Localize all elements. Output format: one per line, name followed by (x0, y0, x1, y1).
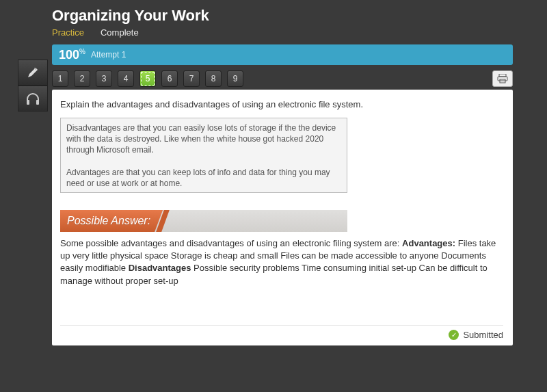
question-nav-1[interactable]: 1 (52, 70, 68, 87)
page-title: Organizing Your Work (52, 7, 547, 25)
possible-answer-header: Possible Answer: (60, 210, 347, 232)
print-button[interactable] (492, 70, 513, 87)
tab-complete[interactable]: Complete (101, 27, 139, 38)
question-nav-7[interactable]: 7 (183, 70, 200, 87)
progress-percent: 100% (59, 48, 85, 62)
possible-answer-text: Some possible advantages and disadvantag… (60, 237, 505, 287)
advantages-label: Advantages: (402, 238, 455, 248)
question-nav-5[interactable]: 5 (139, 70, 156, 87)
question-nav-8[interactable]: 8 (205, 70, 222, 87)
headphones-icon (25, 92, 40, 105)
svg-rect-0 (499, 74, 506, 77)
pencil-icon (26, 66, 40, 79)
headphones-tool[interactable] (18, 86, 48, 112)
status-label: Submitted (463, 330, 503, 340)
side-tools (18, 60, 48, 112)
question-panel: Explain the advantages and disadvantages… (52, 90, 513, 345)
question-prompt: Explain the advantages and disadvantages… (60, 99, 505, 109)
svg-rect-3 (27, 100, 29, 105)
header-tabs: Practice Complete (52, 27, 547, 38)
question-nav: 123456789 (52, 70, 488, 87)
student-response[interactable] (60, 118, 347, 193)
tab-practice[interactable]: Practice (52, 27, 84, 38)
possible-answer-label: Possible Answer: (60, 210, 163, 232)
percent-unit: % (79, 48, 85, 55)
panel-footer: ✓ Submitted (60, 325, 503, 340)
question-nav-3[interactable]: 3 (96, 70, 112, 87)
possible-prefix: Some possible advantages and disadvantag… (60, 238, 402, 248)
header: Organizing Your Work Practice Complete (0, 0, 547, 40)
attempt-label: Attempt 1 (91, 50, 126, 60)
svg-rect-4 (36, 100, 39, 105)
check-icon: ✓ (449, 330, 459, 340)
toolbar: 123456789 (0, 70, 547, 87)
question-nav-2[interactable]: 2 (74, 70, 90, 87)
question-nav-6[interactable]: 6 (161, 70, 178, 87)
percent-value: 100 (59, 48, 79, 62)
question-nav-4[interactable]: 4 (118, 70, 134, 87)
progress-bar: 100% Attempt 1 (52, 44, 513, 65)
disadvantages-label: Disadvantages (129, 263, 191, 273)
pencil-tool[interactable] (18, 60, 48, 86)
printer-icon (497, 74, 508, 83)
svg-rect-1 (498, 77, 507, 81)
question-nav-9[interactable]: 9 (227, 70, 243, 87)
